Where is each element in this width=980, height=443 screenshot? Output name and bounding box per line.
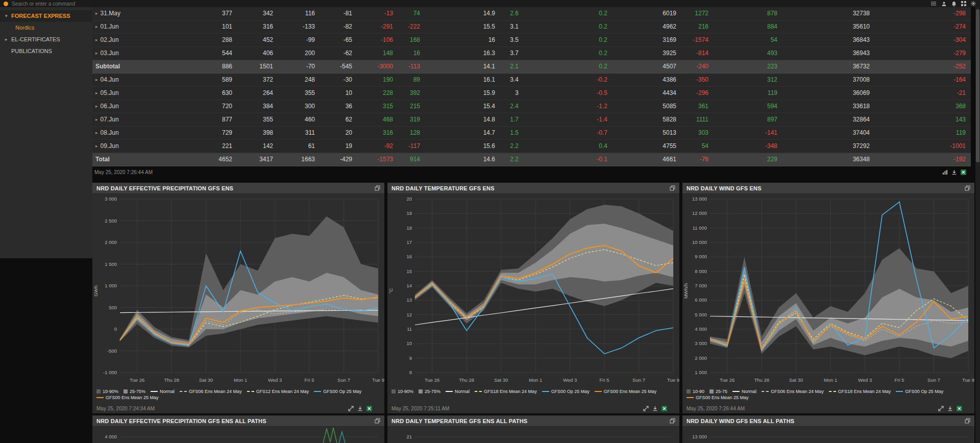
user-icon[interactable] — [941, 1, 947, 7]
svg-text:Tue 9: Tue 9 — [962, 377, 974, 383]
cell: 914 — [398, 153, 425, 166]
chart-canvas[interactable]: -1 000-50005001 0001 5002 0002 5003 000T… — [92, 194, 384, 388]
legend-item[interactable]: GFS00 Ens Mean 25 May — [96, 395, 159, 400]
expand-row-icon[interactable]: ▸ — [95, 20, 98, 33]
svg-text:°C: °C — [388, 288, 394, 294]
table-row[interactable]: ▸02.Jun288452-99-65-106168163.50.23169-1… — [92, 34, 971, 47]
table-row[interactable]: ▸31.May377342116-81-137414.92.60.2601912… — [92, 7, 971, 20]
menu-icon[interactable] — [930, 1, 937, 6]
table-row[interactable]: ▸05.Jun6302643551022839215.93-0.54434-29… — [92, 87, 971, 100]
expand-row-icon[interactable]: ▸ — [95, 73, 98, 86]
sidebar-item-forecast-express[interactable]: ▾ FORECAST EXPRESS — [0, 10, 92, 22]
cell: 228 — [357, 87, 398, 100]
excel-export-icon[interactable] — [366, 406, 372, 411]
chart-area: 21 — [387, 427, 679, 443]
popout-icon[interactable] — [965, 418, 970, 424]
sidebar-item-nordics[interactable]: Nordics — [0, 22, 92, 34]
legend-item[interactable]: 10-90% — [391, 389, 413, 394]
chart-canvas[interactable]: 1 0002 0003 0004 0005 0006 0007 0008 000… — [682, 194, 974, 388]
popout-icon[interactable] — [965, 185, 970, 191]
scrollbar-thumb[interactable] — [976, 9, 979, 162]
legend-item[interactable]: 25-75 — [709, 389, 727, 394]
popout-icon[interactable] — [375, 418, 380, 424]
expand-row-icon[interactable]: ▸ — [95, 7, 98, 20]
download-icon[interactable] — [951, 169, 957, 175]
cell: 392 — [398, 87, 425, 100]
expand-row-icon[interactable]: ▸ — [95, 47, 98, 60]
table-row[interactable]: Total465234171663-429-157391414.62.2-0.1… — [92, 153, 971, 166]
legend-item[interactable]: 10-90% — [96, 389, 118, 394]
excel-export-icon[interactable] — [662, 406, 667, 411]
sidebar-item-publications[interactable]: PUBLICATIONS — [0, 45, 92, 57]
chart-canvas[interactable]: 891011121314151617181920Tue 26Thu 28Sat … — [387, 194, 679, 388]
legend-item[interactable]: Normal — [151, 389, 175, 394]
cell: 5828 — [612, 113, 681, 126]
table-row[interactable]: ▸06.Jun7203843003631521515.42.4-1.250853… — [92, 100, 971, 113]
expand-row-icon[interactable]: ▸ — [95, 113, 98, 126]
expand-icon[interactable] — [938, 406, 944, 411]
legend-item[interactable]: GFS18 Ens Mean 24 May — [829, 389, 891, 394]
svg-text:9 000: 9 000 — [695, 254, 707, 259]
row-label: ▸04.Jun — [92, 73, 143, 86]
table-row[interactable]: ▸04.Jun589372248-301908916.13.4-0.24386-… — [92, 73, 971, 87]
chart-view-icon[interactable] — [942, 169, 948, 175]
chart-canvas[interactable]: 21 — [387, 427, 679, 443]
table-row[interactable]: ▸01.Jun101316-133-82-291-22215.53.10.249… — [92, 20, 971, 34]
cell: 878 — [714, 7, 782, 20]
table-row[interactable]: ▸08.Jun7293983112031612814.71.5-0.750133… — [92, 127, 971, 140]
expand-row-icon[interactable]: ▸ — [95, 34, 98, 46]
table-row[interactable]: Subtotal8861501-70-545-3000-11314.12.10.… — [92, 60, 971, 73]
legend-item[interactable]: GFS00 Op 25 May — [314, 389, 361, 394]
expand-row-icon[interactable]: ▸ — [95, 140, 98, 153]
bell-icon[interactable] — [951, 1, 957, 7]
row-label-text: 02.Jun — [101, 34, 119, 46]
legend-item[interactable]: GFS00 Ens Mean 25 May — [687, 395, 749, 400]
row-label: ▸08.Jun — [92, 127, 143, 139]
popout-icon[interactable] — [670, 418, 675, 424]
table-row[interactable]: ▸07.Jun8773554606246831914.81.7-1.458281… — [92, 113, 971, 127]
excel-export-icon[interactable] — [957, 406, 962, 411]
expand-row-icon[interactable]: ▸ — [95, 100, 98, 113]
table-row[interactable]: ▸03.Jun544406200-621481616.33.70.23925-8… — [92, 47, 971, 60]
table-row[interactable]: ▸09.Jun2211426119-92-11715.62.20.4475554… — [92, 140, 971, 153]
cell: 897 — [714, 113, 782, 126]
cell: -141 — [714, 127, 782, 139]
popout-icon[interactable] — [375, 185, 380, 191]
legend-item[interactable]: 25-75% — [419, 389, 440, 394]
legend-item[interactable]: GFS06 Ens Mean 24 May — [762, 389, 824, 394]
legend-item[interactable]: GFS00 Op 25 May — [896, 389, 943, 394]
chart-canvas[interactable]: 4 000 — [92, 427, 384, 443]
expand-icon[interactable] — [643, 406, 649, 411]
legend-item[interactable]: 25-75% — [124, 389, 145, 394]
panel-footer: May 25, 2020 7:26:44 AM — [682, 403, 974, 413]
legend-line-swatch — [687, 397, 694, 398]
command-search-input[interactable] — [12, 1, 155, 7]
vertical-scrollbar[interactable] — [975, 7, 980, 443]
apps-grid-icon[interactable] — [961, 1, 966, 6]
expand-row-icon[interactable]: ▸ — [95, 127, 98, 139]
excel-export-icon[interactable] — [961, 169, 966, 175]
popout-icon[interactable] — [670, 185, 675, 191]
expand-icon[interactable] — [348, 406, 354, 411]
legend-item[interactable]: GFS00 Op 25 May — [542, 389, 590, 394]
cell: 15.5 — [425, 20, 500, 33]
download-icon[interactable] — [947, 406, 953, 411]
svg-text:19: 19 — [406, 210, 412, 216]
legend-item[interactable]: GFS06 Ens Mean 24 May — [180, 389, 242, 394]
svg-text:Thu 28: Thu 28 — [164, 377, 179, 383]
legend-item[interactable]: GFS00 Ens Mean 25 May — [595, 389, 657, 394]
download-icon[interactable] — [357, 406, 363, 411]
cell: -76 — [681, 153, 714, 166]
cell: 493 — [714, 47, 782, 60]
legend-item[interactable]: 10-90 — [687, 389, 704, 394]
sparkle-icon[interactable] — [971, 1, 976, 6]
svg-text:12 000: 12 000 — [692, 210, 707, 216]
expand-row-icon[interactable]: ▸ — [95, 87, 98, 100]
sidebar-item-el-certificates[interactable]: ▸ EL-CERTIFICATES — [0, 34, 92, 45]
legend-item[interactable]: Normal — [732, 389, 756, 394]
legend-item[interactable]: GFS12 Ens Mean 24 May — [247, 389, 309, 394]
chart-canvas[interactable]: 13 000 — [682, 427, 974, 443]
legend-item[interactable]: GFS18 Ens Mean 24 May — [475, 389, 537, 394]
download-icon[interactable] — [652, 406, 658, 411]
legend-item[interactable]: Normal — [446, 389, 470, 394]
